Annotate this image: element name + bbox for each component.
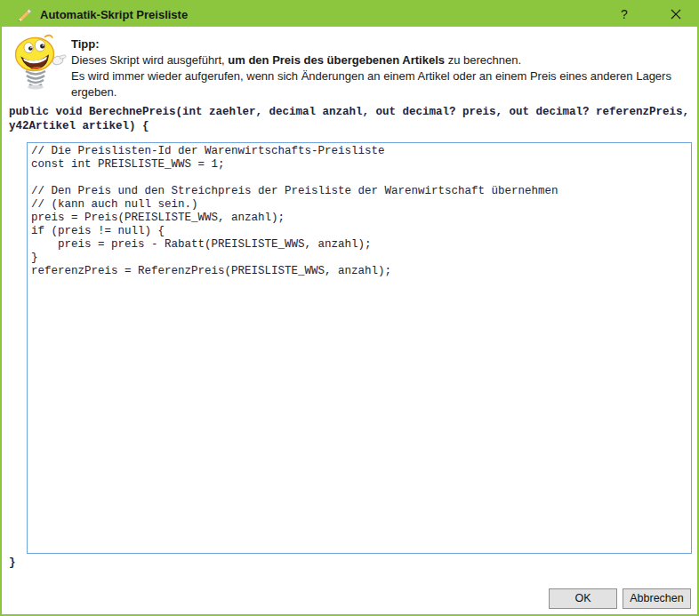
window-title: Automatik-Skript Preisliste [40,8,188,21]
closing-brace: } [9,556,16,569]
x-mark-icon [671,9,681,20]
tip-heading: Tipp: [71,36,692,52]
pencil-icon [16,6,32,22]
dialog-window: Automatik-Skript Preisliste ? [0,0,699,616]
tip-text: Tipp: Dieses Skript wird ausgeführt, um … [71,34,692,100]
help-button[interactable]: ? [605,2,644,27]
smiley-on-spring-icon [11,34,68,91]
cancel-button[interactable]: Abbrechen [623,588,691,609]
title-bar: Automatik-Skript Preisliste ? [2,2,697,27]
tip-line-2: Es wird immer wieder aufgerufen, wenn si… [71,68,692,100]
method-signature: public void BerechnePreis(int zaehler, d… [9,106,689,133]
script-editor-content[interactable]: // Die Preislisten-Id der Warenwirtschaf… [28,143,691,280]
question-mark-icon: ? [621,7,628,21]
script-editor[interactable]: // Die Preislisten-Id der Warenwirtschaf… [27,142,692,554]
ok-button[interactable]: OK [549,588,617,609]
tip-line-1: Dieses Skript wird ausgeführt, um den Pr… [71,52,692,68]
close-button[interactable] [656,2,695,27]
tip-banner: Tipp: Dieses Skript wird ausgeführt, um … [11,34,692,100]
